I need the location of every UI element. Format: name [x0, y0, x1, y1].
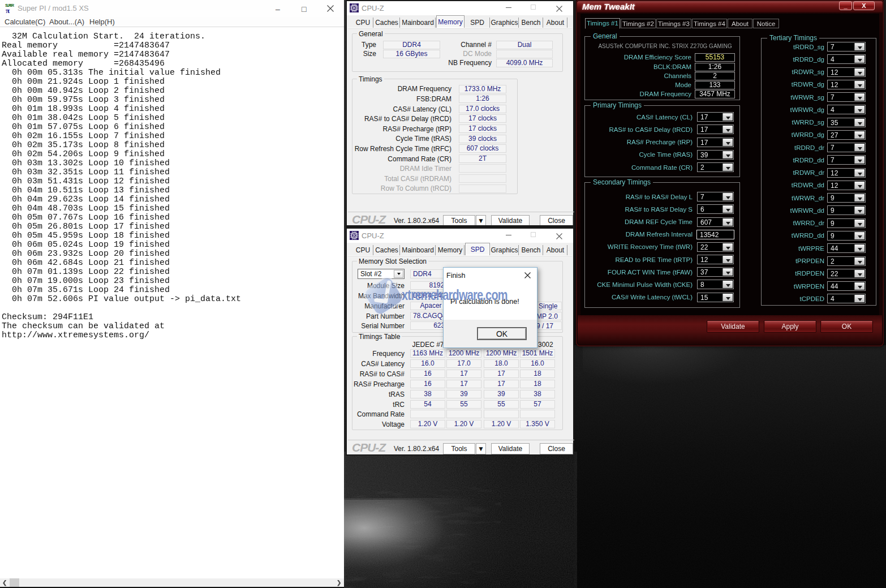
svg-text:π: π	[6, 6, 10, 14]
